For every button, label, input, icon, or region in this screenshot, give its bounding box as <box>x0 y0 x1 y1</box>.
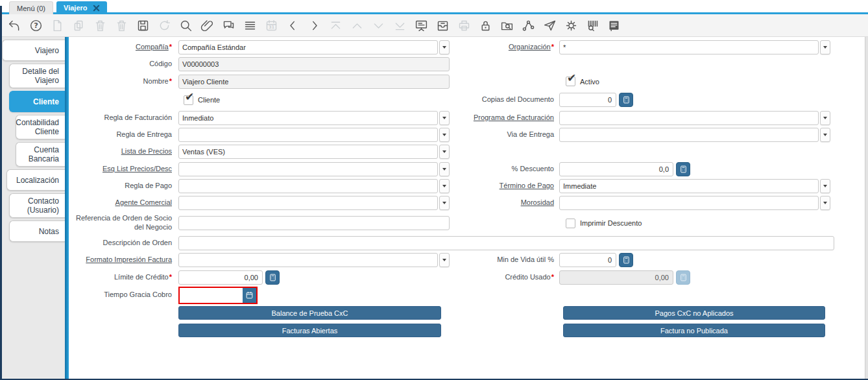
morosidad-label[interactable]: Morosidad <box>450 198 559 208</box>
refresh-icon <box>156 18 172 33</box>
esq-list-precios-label[interactable]: Esq List Precios/Desc <box>69 165 178 174</box>
calculator-icon[interactable] <box>619 253 633 267</box>
regla-facturacion-select[interactable]: Inmediato <box>178 111 450 125</box>
dropdown-arrow-icon[interactable] <box>439 179 450 193</box>
programa-facturacion-label-text: Programa de Facturación <box>474 113 554 121</box>
programa-facturacion-label[interactable]: Programa de Facturación <box>450 113 559 123</box>
previous-record-icon[interactable] <box>285 18 300 33</box>
formato-impresion-label[interactable]: Formato Impresión Factura <box>69 255 178 265</box>
calculator-icon[interactable] <box>619 93 633 107</box>
workflow-icon[interactable] <box>520 18 536 33</box>
imprimir-descuento-checkbox[interactable] <box>566 219 575 228</box>
dropdown-arrow-icon[interactable] <box>439 162 450 176</box>
sidebar-tab-viajero[interactable]: Viajero <box>2 40 65 61</box>
copias-documento-label: Copias del Documento <box>450 95 559 104</box>
undo-icon[interactable] <box>6 18 22 33</box>
agente-comercial-select[interactable] <box>178 196 450 210</box>
dropdown-arrow-icon[interactable] <box>820 40 830 54</box>
tiempo-gracia-input[interactable] <box>180 288 243 302</box>
compania-label[interactable]: Compañía* <box>69 43 178 52</box>
sidebar-tab-contabilidad-cliente[interactable]: Contabilidad Cliente <box>16 115 65 139</box>
copias-documento-field[interactable]: 0 <box>559 93 616 107</box>
min-vida-util-field[interactable]: 0 <box>559 253 616 267</box>
formato-impresion-select[interactable] <box>178 253 450 267</box>
save-icon[interactable] <box>135 18 151 33</box>
window-tab-menu[interactable]: Menú (0) <box>9 1 53 14</box>
termino-pago-select[interactable]: Immediate <box>559 179 830 193</box>
sidebar-tab-label: Contabilidad Cliente <box>16 118 59 136</box>
attachment-icon[interactable] <box>199 18 215 33</box>
dropdown-arrow-icon[interactable] <box>439 145 450 159</box>
sidebar-tab-cuenta-bancaria[interactable]: Cuenta Bancaria <box>16 142 65 167</box>
descripcion-orden-field[interactable] <box>178 236 834 250</box>
regla-pago-select[interactable] <box>178 179 450 193</box>
window-tabbar: Menú (0) Viajero <box>0 0 868 14</box>
facturas-abiertas-button[interactable]: Facturas Abiertas <box>178 324 441 337</box>
tab-close-icon[interactable] <box>93 5 100 12</box>
cliente-checkbox[interactable]: ✔ <box>184 95 193 105</box>
private-lock-icon[interactable] <box>477 18 493 33</box>
archive-icon[interactable] <box>435 18 450 33</box>
sidebar-tab-contacto-usuario[interactable]: Contacto (Usuario) <box>9 193 65 218</box>
via-entrega-label-text: Via de Entrega <box>507 130 554 138</box>
grid-toggle-icon[interactable] <box>242 18 258 33</box>
balance-prueba-cxc-button[interactable]: Balance de Prueba CxC <box>178 306 441 320</box>
calculator-icon[interactable] <box>265 270 280 285</box>
limite-credito-field[interactable]: 0,00 <box>178 270 263 285</box>
find-icon[interactable] <box>178 18 193 33</box>
esq-list-precios-select[interactable] <box>178 162 450 176</box>
organizacion-select[interactable]: * <box>559 40 830 54</box>
credito-usado-label: Crédito Usado* <box>450 273 559 282</box>
compania-select[interactable]: Compañía Estándar <box>178 40 450 54</box>
tiempo-gracia-error-field[interactable] <box>178 287 258 304</box>
dropdown-arrow-icon[interactable] <box>439 253 450 267</box>
agente-comercial-value <box>178 196 438 210</box>
sidebar-tab-localizacion[interactable]: Localización <box>6 169 65 191</box>
zoom-across-icon[interactable] <box>499 18 514 33</box>
descuento-field[interactable]: 0,0 <box>559 162 673 176</box>
chat-icon[interactable] <box>221 18 236 33</box>
dropdown-arrow-icon[interactable] <box>820 196 830 210</box>
sidebar-tab-detalle-viajero[interactable]: Detalle del Viajero <box>9 64 65 88</box>
pagos-cxc-no-aplicados-button[interactable]: Pagos CxC no Aplicados <box>563 306 825 320</box>
dropdown-arrow-icon[interactable] <box>439 40 450 54</box>
lista-precios-label[interactable]: Lista de Precios <box>69 147 178 156</box>
detail-record-icon <box>370 18 386 33</box>
send-request-icon[interactable] <box>542 18 557 33</box>
dropdown-arrow-icon[interactable] <box>820 179 830 193</box>
factura-no-publicada-button[interactable]: Factura no Publicada <box>563 324 825 337</box>
scrollbar-track[interactable] <box>865 37 868 379</box>
report-icon[interactable] <box>413 18 429 33</box>
help-icon[interactable]: ? <box>28 18 43 33</box>
print-icon <box>456 18 472 33</box>
codigo-field[interactable]: V00000003 <box>178 57 450 71</box>
organizacion-label[interactable]: Organización* <box>450 43 559 52</box>
via-entrega-select[interactable] <box>559 128 830 142</box>
sidebar-tab-label: Detalle del Viajero <box>12 67 59 85</box>
calendar-picker-icon[interactable] <box>243 288 256 303</box>
termino-pago-label[interactable]: Término de Pago <box>450 182 559 191</box>
dropdown-arrow-icon[interactable] <box>439 128 450 142</box>
calculator-icon[interactable] <box>676 162 690 176</box>
referencia-orden-field[interactable] <box>178 216 450 230</box>
dropdown-arrow-icon[interactable] <box>439 111 450 125</box>
descuento-label: % Descuento <box>450 165 559 174</box>
preferences-gear-icon[interactable] <box>563 18 579 33</box>
quick-form-icon[interactable] <box>606 18 621 33</box>
dropdown-arrow-icon[interactable] <box>820 128 830 142</box>
regla-entrega-select[interactable] <box>178 128 450 142</box>
morosidad-select[interactable] <box>559 196 830 210</box>
agente-comercial-label[interactable]: Agente Comercial <box>69 198 178 208</box>
lista-precios-select[interactable]: Ventas (VES) <box>178 145 450 159</box>
programa-facturacion-select[interactable] <box>559 111 830 125</box>
next-record-icon[interactable] <box>306 18 322 33</box>
dropdown-arrow-icon[interactable] <box>820 111 830 125</box>
nombre-field[interactable]: Viajero Cliente <box>178 75 450 89</box>
product-info-icon[interactable] <box>585 18 600 33</box>
sidebar-tab-notas[interactable]: Notas <box>9 220 65 242</box>
dropdown-arrow-icon[interactable] <box>439 196 450 210</box>
sidebar-tab-cliente[interactable]: Cliente <box>9 91 65 112</box>
activo-checkbox[interactable]: ✔ <box>566 77 575 86</box>
window-tab-viajero[interactable]: Viajero <box>56 1 107 14</box>
tab-sidebar: Viajero Detalle del Viajero Cliente Cont… <box>0 37 65 379</box>
